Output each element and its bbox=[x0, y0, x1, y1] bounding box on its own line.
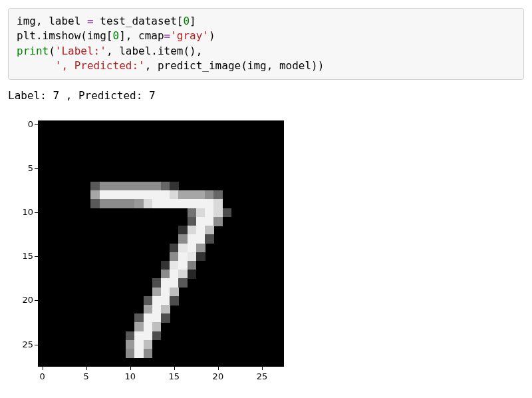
y-tick-mark bbox=[35, 256, 38, 257]
pixel bbox=[108, 190, 118, 200]
pixel bbox=[188, 244, 197, 253]
pixel bbox=[134, 331, 144, 341]
pixel bbox=[126, 182, 135, 191]
pixel bbox=[117, 190, 126, 200]
pixel bbox=[170, 296, 179, 305]
pixel bbox=[161, 313, 170, 323]
pixel bbox=[170, 278, 179, 288]
pixel bbox=[152, 199, 162, 208]
pixel bbox=[188, 190, 197, 200]
pixel bbox=[134, 199, 144, 208]
pixel bbox=[108, 182, 118, 191]
pixel bbox=[126, 331, 135, 341]
pixel bbox=[188, 261, 197, 270]
pixel bbox=[126, 199, 135, 208]
pixel bbox=[161, 261, 170, 270]
pixel bbox=[170, 182, 179, 191]
pixel bbox=[205, 217, 214, 226]
y-tick-mark bbox=[35, 168, 38, 169]
pixel bbox=[152, 190, 162, 200]
y-tick-label: 25 bbox=[8, 339, 33, 349]
pixel bbox=[161, 278, 170, 288]
pixel bbox=[161, 199, 170, 208]
x-tick-mark bbox=[86, 367, 87, 370]
pixel bbox=[108, 199, 118, 208]
output-text: Label: 7 , Predicted: 7 bbox=[8, 89, 524, 102]
pixel bbox=[152, 322, 162, 331]
pixel bbox=[213, 190, 223, 200]
pixel bbox=[126, 349, 135, 358]
x-tick-mark bbox=[43, 367, 43, 370]
pixel bbox=[134, 190, 144, 200]
pixel bbox=[144, 190, 153, 200]
pixel bbox=[188, 252, 197, 262]
pixel bbox=[188, 234, 197, 244]
mnist-plot: 05101520250510152025 bbox=[8, 115, 301, 395]
y-tick-label: 10 bbox=[8, 207, 33, 217]
pixel bbox=[126, 190, 135, 200]
pixel bbox=[100, 182, 109, 191]
pixel bbox=[144, 331, 153, 341]
pixel bbox=[144, 199, 153, 208]
plot-heatmap bbox=[38, 120, 284, 367]
y-tick-mark bbox=[35, 300, 38, 301]
pixel bbox=[213, 199, 223, 208]
y-tick-mark bbox=[35, 212, 38, 213]
x-tick-mark bbox=[262, 367, 263, 370]
pixel bbox=[144, 182, 153, 191]
y-tick-label: 0 bbox=[8, 119, 33, 129]
y-tick-label: 15 bbox=[8, 251, 33, 261]
pixel bbox=[178, 244, 188, 253]
y-tick-label: 5 bbox=[8, 163, 33, 173]
pixel bbox=[161, 182, 170, 191]
pixel bbox=[178, 270, 188, 279]
pixel bbox=[205, 190, 214, 200]
y-tick-mark bbox=[35, 345, 38, 345]
pixel bbox=[100, 199, 109, 208]
pixel bbox=[134, 313, 144, 323]
pixel bbox=[196, 208, 205, 218]
code-line-1: img, label = test_dataset[0] bbox=[17, 15, 196, 27]
pixel bbox=[152, 313, 162, 323]
pixel bbox=[117, 182, 126, 191]
pixel bbox=[144, 296, 153, 305]
pixel bbox=[134, 182, 144, 191]
pixel bbox=[170, 190, 179, 200]
pixel bbox=[178, 226, 188, 235]
pixel bbox=[152, 278, 162, 288]
pixel bbox=[152, 305, 162, 314]
pixel bbox=[170, 261, 179, 270]
pixel bbox=[178, 278, 188, 288]
pixel bbox=[170, 288, 179, 297]
y-tick-mark bbox=[35, 124, 38, 125]
pixel bbox=[205, 199, 214, 208]
pixel bbox=[196, 190, 205, 200]
pixel bbox=[144, 349, 153, 358]
pixel bbox=[178, 261, 188, 270]
pixel bbox=[152, 296, 162, 305]
pixel bbox=[205, 208, 214, 218]
x-tick-mark bbox=[130, 367, 131, 370]
code-line-2: plt.imshow(img[0], cmap='gray') bbox=[17, 29, 215, 42]
pixel bbox=[134, 340, 144, 349]
pixel bbox=[178, 252, 188, 262]
pixel bbox=[196, 226, 205, 235]
pixel bbox=[126, 340, 135, 349]
pixel bbox=[170, 252, 179, 262]
code-line-3: print('Label:', label.item(), bbox=[17, 45, 202, 57]
pixel bbox=[134, 349, 144, 358]
pixel bbox=[196, 234, 205, 244]
pixel bbox=[213, 208, 223, 218]
x-tick-label: 10 bbox=[124, 371, 136, 381]
pixel bbox=[178, 190, 188, 200]
x-tick-label: 5 bbox=[84, 371, 89, 381]
x-tick-mark bbox=[218, 367, 219, 370]
pixel bbox=[188, 226, 197, 235]
pixel bbox=[170, 270, 179, 279]
pixel bbox=[161, 296, 170, 305]
pixel bbox=[134, 322, 144, 331]
x-tick-label: 15 bbox=[169, 371, 180, 381]
pixel bbox=[117, 199, 126, 208]
pixel bbox=[188, 270, 197, 279]
pixel bbox=[161, 288, 170, 297]
